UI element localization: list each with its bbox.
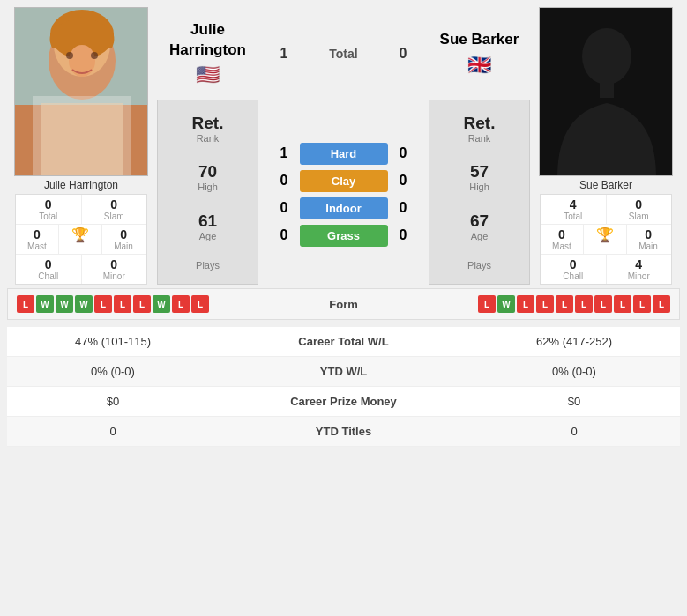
svg-point-9 (91, 52, 98, 59)
right-mast-value: 0 (542, 227, 581, 241)
svg-point-7 (69, 45, 95, 77)
right-chall-label: Chall (542, 271, 604, 281)
form-badge-7: W (153, 295, 170, 313)
surface-left-score-2: 0 (271, 200, 297, 216)
left-age-item: 61 Age (198, 212, 217, 241)
total-label: Total (329, 47, 357, 61)
left-high-item: 70 High (198, 162, 218, 192)
form-badge-3: W (75, 295, 93, 313)
right-minor-label: Minor (609, 271, 670, 281)
right-player-photo (539, 7, 673, 176)
right-slam-label: Slam (609, 212, 670, 221)
left-player-column: Julie Harrington 0 Total 0 Slam 0 (7, 7, 155, 285)
left-form-badges: LWWWLLLWLL (17, 295, 211, 313)
left-name-flag-block: Julie Harrington 🇺🇸 (157, 7, 258, 100)
right-trophy-cell: 🏆 (584, 225, 627, 254)
surface-row-indoor: 0Indoor0 (264, 195, 423, 222)
surface-left-score-3: 0 (271, 227, 297, 243)
right-age-label: Age (470, 231, 489, 241)
right-name-flag-block: Sue Barker 🇬🇧 (429, 7, 530, 100)
form-badge-1: W (36, 295, 54, 313)
left-main-value: 0 (104, 227, 144, 241)
left-slam-label: Slam (84, 212, 146, 221)
surface-row-hard: 1Hard0 (264, 140, 423, 167)
left-player-fullname: Julie Harrington (169, 20, 246, 59)
form-label: Form (211, 298, 476, 311)
form-badge-6: L (594, 295, 612, 313)
scores-column: 1 Total 0 1Hard00Clay00Indoor00Grass0 (260, 7, 427, 285)
bs-right-1: 0% (0-0) (477, 365, 671, 378)
right-slam-cell: 0 Slam (607, 195, 672, 224)
left-total-value: 0 (18, 197, 79, 212)
left-mast-cell: 0 Mast (16, 225, 59, 254)
right-rank-item: Ret. Rank (464, 114, 496, 144)
right-player-stats-panel: 4 Total 0 Slam 0 Mast 🏆 (540, 194, 672, 285)
right-minor-value: 4 (609, 257, 670, 271)
surface-right-score-0: 0 (390, 145, 416, 161)
left-main-cell: 0 Main (102, 225, 146, 254)
right-age-item: 67 Age (470, 212, 489, 241)
right-chall-value: 0 (542, 257, 604, 271)
form-badge-8: L (633, 295, 651, 313)
form-badge-9: L (653, 295, 670, 313)
right-mast-label: Mast (542, 241, 581, 251)
form-row: LWWWLLLWLL Form LWLLLLLLLL (7, 288, 680, 320)
right-age-value: 67 (470, 212, 489, 231)
left-mast-label: Mast (18, 241, 56, 251)
surface-badge-clay: Clay (300, 170, 388, 192)
form-badge-5: L (575, 295, 593, 313)
left-age-value: 61 (198, 212, 217, 231)
bottom-stat-row-0: 47% (101-115)Career Total W/L62% (417-25… (7, 327, 680, 357)
left-main-label: Main (104, 241, 144, 251)
left-plays-label: Plays (196, 260, 220, 271)
left-chall-label: Chall (18, 271, 79, 281)
left-mast-value: 0 (18, 227, 56, 241)
bs-center-0: Career Total W/L (210, 335, 477, 348)
left-player-photo (14, 7, 148, 176)
left-minor-cell: 0 Minor (82, 255, 147, 284)
left-stat-panel: Ret. Rank 70 High 61 Age Plays (157, 100, 258, 285)
left-name-panel-column: Julie Harrington 🇺🇸 Ret. Rank 70 High 61 (157, 7, 258, 285)
surface-row-clay: 0Clay0 (264, 167, 423, 195)
bottom-stat-row-3: 0YTD Titles0 (7, 417, 680, 447)
left-high-value: 70 (198, 162, 218, 182)
left-slam-cell: 0 Slam (82, 195, 147, 224)
page: Julie Harrington 0 Total 0 Slam 0 (0, 0, 687, 454)
left-total-label: Total (18, 212, 79, 221)
form-badge-3: L (536, 295, 554, 313)
left-trophy-icon: 🏆 (71, 227, 89, 242)
left-rank-value: Ret. (192, 114, 224, 133)
surface-badge-indoor: Indoor (300, 197, 388, 219)
left-slam-value: 0 (84, 197, 146, 212)
bottom-stat-row-1: 0% (0-0)YTD W/L0% (0-0) (7, 357, 680, 387)
right-name-panel-column: Sue Barker 🇬🇧 Ret. Rank 57 High 67 Age (429, 7, 530, 285)
right-player-column: Sue Barker 4 Total 0 Slam 0 Mas (532, 7, 680, 285)
svg-point-12 (582, 28, 631, 85)
form-badge-4: L (94, 295, 112, 313)
right-high-label: High (469, 182, 489, 192)
surface-row-grass: 0Grass0 (264, 222, 423, 249)
bs-left-1: 0% (0-0) (16, 365, 210, 378)
right-stat-panel: Ret. Rank 57 High 67 Age Plays (429, 100, 530, 285)
right-total-value: 4 (542, 197, 604, 212)
left-rank-item: Ret. Rank (192, 114, 224, 144)
surface-left-score-1: 0 (271, 173, 297, 189)
right-flag: 🇬🇧 (467, 54, 491, 77)
form-badge-5: L (114, 295, 131, 313)
right-trophy-icon: 🏆 (596, 227, 614, 242)
right-form-badges: LWLLLLLLLL (476, 295, 670, 313)
surface-score-rows: 1Hard00Clay00Indoor00Grass0 (264, 140, 423, 249)
form-badge-2: L (517, 295, 534, 313)
right-chall-cell: 0 Chall (541, 255, 607, 284)
right-plays-item: Plays (467, 260, 491, 271)
bs-right-0: 62% (417-252) (477, 335, 671, 348)
right-high-value: 57 (469, 162, 489, 182)
bs-left-3: 0 (16, 425, 210, 438)
left-player-stats-panel: 0 Total 0 Slam 0 Mast 🏆 (15, 194, 147, 285)
surface-badge-hard: Hard (300, 143, 388, 165)
top-section: Julie Harrington 0 Total 0 Slam 0 (7, 7, 680, 285)
surface-right-score-1: 0 (390, 173, 416, 189)
surface-left-score-0: 1 (271, 145, 297, 161)
total-right-score: 0 (390, 46, 416, 62)
left-total-cell: 0 Total (16, 195, 82, 224)
